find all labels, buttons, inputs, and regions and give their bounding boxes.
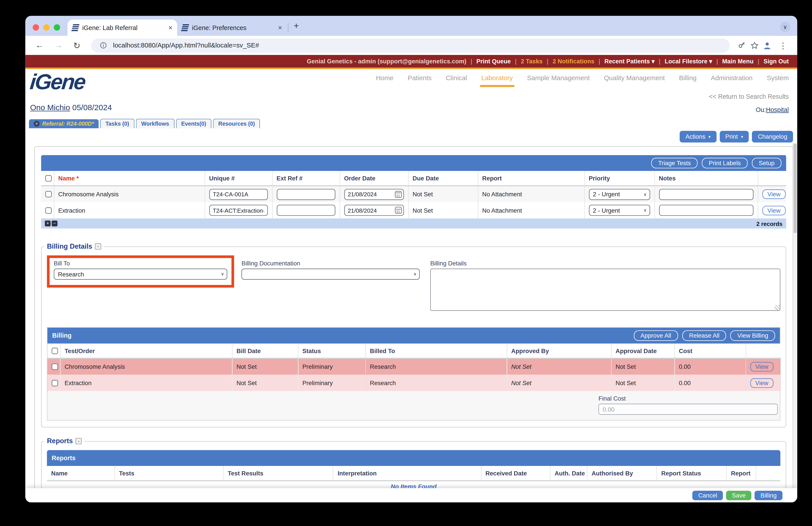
row-checkbox[interactable]: [52, 380, 58, 386]
billed-to: Research: [365, 358, 507, 375]
order-date-input[interactable]: [344, 205, 404, 216]
row-checkbox[interactable]: [45, 191, 52, 197]
col-interpretation: Interpretation: [333, 466, 481, 481]
ext-ref-input[interactable]: [276, 188, 335, 200]
tasks-link[interactable]: 2 Tasks: [521, 58, 542, 65]
billing-details-textarea[interactable]: [430, 269, 781, 311]
calendar-icon[interactable]: 31: [395, 191, 402, 198]
nav-sample-management[interactable]: Sample Management: [527, 74, 590, 82]
release-all-button[interactable]: Release All: [682, 330, 726, 341]
profile-avatar-icon[interactable]: [762, 41, 772, 50]
notes-input[interactable]: [659, 188, 753, 200]
priority-value: 2 - Urgent: [593, 191, 620, 197]
row-checkbox[interactable]: [52, 364, 58, 370]
site-info-icon[interactable]: [99, 41, 108, 50]
approve-all-button[interactable]: Approve All: [634, 330, 678, 341]
view-billing-row-button[interactable]: View: [750, 362, 773, 371]
scrollbar-thumb[interactable]: [794, 144, 797, 233]
browser-menu-icon[interactable]: ⋮: [775, 40, 791, 51]
account-text: Genial Genetics - admin (support@genialg…: [307, 58, 466, 65]
final-cost-label: Final Cost: [598, 395, 778, 402]
browser-tab-inactive[interactable]: iGene: Preferences ×: [177, 19, 287, 36]
nav-clinical[interactable]: Clinical: [446, 74, 467, 82]
collapse-section-icon[interactable]: -: [95, 243, 101, 249]
add-row-icon[interactable]: +: [45, 221, 50, 226]
final-cost-input[interactable]: [598, 404, 778, 415]
sign-out-link[interactable]: Sign Out: [764, 58, 789, 65]
billing-details-section: Billing Details - Bill To Research ∨: [41, 246, 786, 427]
nav-billing[interactable]: Billing: [679, 74, 697, 82]
reload-button[interactable]: ↻: [70, 40, 84, 51]
unique-number-input[interactable]: [209, 205, 267, 216]
print-labels-button[interactable]: Print Labels: [702, 158, 748, 168]
nav-system[interactable]: System: [767, 74, 789, 82]
cancel-button[interactable]: Cancel: [692, 491, 723, 500]
tab-resources[interactable]: Resources (0): [213, 119, 260, 128]
local-filestore-menu[interactable]: Local Filestore ▾: [665, 57, 712, 65]
view-test-button[interactable]: View: [762, 189, 786, 199]
tab-search-chevron-icon[interactable]: ∨: [780, 22, 791, 32]
billing-documentation-select[interactable]: ∨: [242, 269, 420, 280]
view-test-button[interactable]: View: [762, 205, 786, 215]
select-all-checkbox[interactable]: [45, 175, 52, 181]
content-scrollbar[interactable]: [793, 142, 797, 488]
unique-number-input[interactable]: [209, 188, 267, 200]
changelog-button[interactable]: Changelog: [752, 131, 793, 143]
new-tab-button[interactable]: +: [291, 21, 304, 36]
address-bar[interactable]: localhost:8080/App/App.html?null&locale=…: [91, 38, 730, 53]
nav-laboratory[interactable]: Laboratory: [481, 74, 513, 82]
browser-tab-active[interactable]: iGene: Lab Referral ×: [68, 19, 177, 36]
ou-hospital-link[interactable]: Hospital: [766, 106, 789, 113]
ext-ref-input[interactable]: [276, 205, 335, 216]
main-menu-link[interactable]: Main Menu: [722, 58, 754, 65]
tab-referral-active[interactable]: × Referral: R24-000D*: [29, 119, 99, 128]
notifications-link[interactable]: 2 Notifications: [552, 58, 594, 65]
return-to-search-link[interactable]: << Return to Search Results: [709, 93, 789, 100]
patient-name-link[interactable]: Ono Michio: [30, 103, 70, 112]
close-referral-tab-icon[interactable]: ×: [34, 120, 40, 126]
actions-dropdown-button[interactable]: Actions ▾: [680, 131, 716, 143]
col-order-date: Order Date: [339, 171, 408, 186]
tab-events[interactable]: Events(0): [176, 119, 212, 128]
url-text[interactable]: localhost:8080/App/App.html?null&locale=…: [113, 42, 259, 49]
favicon-igene: [72, 24, 79, 31]
minimize-window-button[interactable]: [43, 24, 50, 31]
triage-tests-button[interactable]: Triage Tests: [651, 158, 698, 168]
row-checkbox[interactable]: [45, 207, 52, 214]
order-date-input[interactable]: [344, 188, 404, 200]
nav-administration[interactable]: Administration: [711, 74, 752, 82]
tests-footer-bar: + − 2 records: [41, 218, 786, 228]
calendar-icon[interactable]: 31: [395, 207, 402, 214]
billing-button[interactable]: Billing: [755, 491, 782, 500]
view-billing-row-button[interactable]: View: [750, 378, 773, 387]
setup-button[interactable]: Setup: [752, 158, 781, 168]
tab-workflows[interactable]: Workflows: [136, 119, 174, 128]
bill-to-select[interactable]: Research ∨: [54, 269, 227, 280]
print-queue-link[interactable]: Print Queue: [476, 58, 511, 65]
view-billing-button[interactable]: View Billing: [730, 330, 775, 341]
browser-tabstrip: iGene: Lab Referral × iGene: Preferences…: [25, 16, 797, 36]
tests-panel-header: Triage Tests Print Labels Setup: [41, 155, 786, 171]
nav-home[interactable]: Home: [376, 74, 394, 82]
print-dropdown-button[interactable]: Print ▾: [720, 131, 749, 143]
nav-quality-management[interactable]: Quality Management: [604, 74, 665, 82]
recent-patients-menu[interactable]: Recent Patients ▾: [604, 57, 655, 65]
browser-window: iGene: Lab Referral × iGene: Preferences…: [25, 16, 797, 502]
select-all-checkbox[interactable]: [52, 347, 58, 354]
bookmark-star-icon[interactable]: [750, 41, 759, 50]
remove-row-icon[interactable]: −: [52, 221, 57, 226]
nav-patients[interactable]: Patients: [408, 74, 432, 82]
passwords-key-icon[interactable]: [737, 41, 747, 50]
close-tab-icon[interactable]: ×: [168, 24, 172, 32]
save-button[interactable]: Save: [726, 491, 752, 500]
tab-tasks[interactable]: Tasks (0): [100, 119, 134, 128]
close-window-button[interactable]: [33, 24, 39, 31]
tab-title: iGene: Preferences: [192, 24, 246, 31]
close-tab-icon[interactable]: ×: [278, 24, 282, 32]
zoom-window-button[interactable]: [54, 24, 60, 31]
back-button[interactable]: ←: [31, 41, 47, 50]
collapse-section-icon[interactable]: -: [75, 438, 82, 444]
priority-select[interactable]: 2 - Urgent∨: [589, 188, 650, 200]
priority-select[interactable]: 2 - Urgent∨: [589, 205, 650, 216]
notes-input[interactable]: [659, 205, 753, 216]
